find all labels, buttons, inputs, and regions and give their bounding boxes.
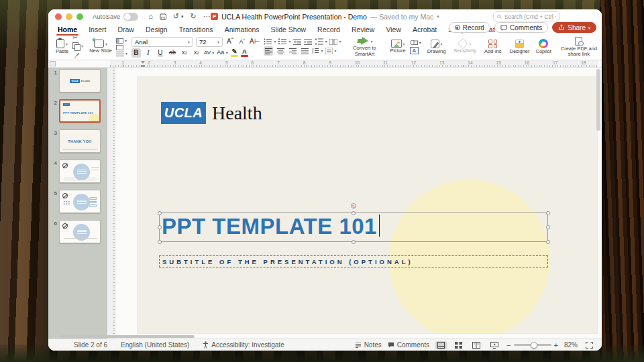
comments-button[interactable]: Comments: [494, 22, 548, 33]
font-color-button[interactable]: A: [241, 48, 248, 58]
format-painter-button[interactable]: [72, 52, 83, 59]
resize-handle-w[interactable]: [158, 225, 162, 229]
tab-insert[interactable]: Insert: [89, 25, 106, 34]
vertical-ruler[interactable]: [107, 68, 115, 339]
columns-button[interactable]: ▾: [329, 39, 341, 45]
strikethrough-button[interactable]: ab: [168, 48, 177, 58]
slide-canvas[interactable]: UCLA Health ↻ PPT TEMPLATE 101 SUB: [138, 77, 597, 333]
record-button[interactable]: Record: [449, 22, 490, 33]
slide-thumbnail-6-hidden[interactable]: [59, 220, 101, 243]
tab-acrobat[interactable]: Acrobat: [413, 25, 437, 34]
horizontal-ruler[interactable]: 123456789101112131415161718: [110, 60, 598, 67]
copilot-button[interactable]: Copilot: [534, 39, 553, 54]
resize-handle-nw[interactable]: [158, 211, 162, 215]
clear-formatting-button[interactable]: A⊢: [250, 37, 260, 46]
copy-button[interactable]: ▾: [72, 42, 83, 50]
align-center-button[interactable]: [276, 46, 285, 56]
line-spacing-button[interactable]: ▾: [315, 38, 327, 45]
new-slide-button[interactable]: ▾ New Slide: [87, 40, 114, 54]
tab-draw[interactable]: Draw: [117, 25, 134, 34]
resize-handle-s[interactable]: [352, 240, 356, 244]
slide-thumbnail-2-selected[interactable]: UCLA PPT TEMPLATE 101: [59, 99, 101, 123]
add-ins-button[interactable]: Add-ins: [482, 36, 503, 58]
save-icon[interactable]: [160, 13, 166, 20]
saved-status-text[interactable]: — Saved to my Mac: [370, 13, 434, 21]
bold-button[interactable]: B: [131, 48, 141, 58]
tab-slide-show[interactable]: Slide Show: [271, 25, 307, 34]
resize-handle-sw[interactable]: [158, 240, 162, 244]
minimize-window-button[interactable]: [66, 13, 72, 20]
superscript-button[interactable]: x2: [180, 48, 189, 58]
indent-marker-bottom[interactable]: [141, 65, 145, 67]
zoom-percentage[interactable]: 82%: [564, 341, 578, 349]
convert-to-smartart-button[interactable]: ▾ Convert to SmartArt: [345, 36, 384, 58]
increase-font-button[interactable]: Aˆ: [225, 37, 235, 46]
slide-counter[interactable]: Slide 2 of 6: [74, 341, 107, 349]
zoom-window-button[interactable]: [76, 13, 83, 20]
tab-home[interactable]: Home: [58, 25, 77, 34]
saved-status-chevron[interactable]: ▾: [437, 14, 439, 19]
subscript-button[interactable]: x2: [192, 48, 201, 58]
zoom-slider-knob[interactable]: [531, 342, 537, 349]
accessibility-status[interactable]: Accessibility: Investigate: [203, 341, 284, 349]
slide-layout-button[interactable]: ▾: [116, 38, 127, 44]
status-comments-button[interactable]: Comments: [388, 341, 429, 349]
tab-review[interactable]: Review: [352, 25, 374, 34]
resize-handle-se[interactable]: [546, 240, 550, 244]
rotate-handle[interactable]: ↻: [351, 203, 356, 208]
bullets-button[interactable]: ▾: [264, 38, 276, 45]
decrease-indent-button[interactable]: [293, 39, 301, 45]
change-case-button[interactable]: Aa ▾: [217, 48, 228, 58]
drawing-button[interactable]: ▾ Drawing: [425, 36, 448, 58]
numbering-button[interactable]: ▾: [278, 38, 290, 45]
paste-button[interactable]: ▾ Paste: [54, 39, 70, 54]
resize-handle-e[interactable]: [546, 225, 550, 229]
section-button[interactable]: ▾: [116, 52, 127, 56]
redo-icon[interactable]: ↻: [191, 13, 197, 20]
align-right-button[interactable]: [288, 46, 297, 56]
reading-view-button[interactable]: [470, 341, 482, 349]
notes-button[interactable]: Notes: [355, 341, 382, 349]
slide-sorter-view-button[interactable]: [453, 341, 464, 349]
text-highlight-button[interactable]: ✎: [231, 48, 238, 58]
justify-button[interactable]: [300, 46, 309, 56]
vertical-scrollbar-thumb[interactable]: [596, 69, 600, 131]
fit-slide-button[interactable]: [584, 341, 595, 349]
normal-view-button[interactable]: [435, 341, 447, 349]
undo-icon[interactable]: ↺: [173, 13, 179, 20]
undo-dropdown-chevron[interactable]: ▾: [181, 14, 184, 19]
text-box-button[interactable]: A: [410, 47, 421, 54]
decrease-font-button[interactable]: Aˇ: [237, 37, 247, 46]
slide-thumbnail-3[interactable]: THANK YOU: [59, 129, 101, 153]
vertical-scrollbar[interactable]: [596, 69, 601, 337]
search-input[interactable]: Search (Cmd + Ctrl + U): [493, 11, 560, 21]
text-direction-button[interactable]: ▾: [312, 48, 323, 54]
create-pdf-button[interactable]: Create PDF and share link: [557, 36, 600, 58]
zoom-slider-track[interactable]: [514, 344, 551, 346]
align-text-button[interactable]: ▾: [325, 48, 336, 54]
share-button[interactable]: Share ▾: [552, 22, 596, 33]
picture-button[interactable]: ▾ Picture: [388, 40, 407, 54]
slideshow-view-button[interactable]: [488, 341, 500, 349]
slide-thumbnail-5-hidden[interactable]: [59, 190, 101, 213]
tab-transitions[interactable]: Transitions: [179, 25, 213, 34]
zoom-out-button[interactable]: −: [506, 341, 511, 349]
font-name-select[interactable]: Arial▾: [131, 37, 193, 47]
tab-view[interactable]: View: [386, 25, 401, 34]
language-indicator[interactable]: English (United States): [121, 341, 189, 349]
italic-button[interactable]: I: [144, 48, 153, 58]
autosave-toggle[interactable]: [123, 13, 138, 21]
horizontal-scrollbar[interactable]: [60, 335, 195, 338]
tab-animations[interactable]: Animations: [225, 25, 260, 34]
ucla-health-logo[interactable]: UCLA Health: [161, 102, 262, 124]
align-left-button[interactable]: [264, 46, 273, 56]
close-window-button[interactable]: [55, 13, 62, 20]
more-commands-icon[interactable]: ⋯: [203, 13, 211, 20]
slide-thumbnail-1[interactable]: UCLA Health: [59, 69, 101, 93]
font-size-select[interactable]: 72▾: [196, 37, 223, 47]
increase-indent-button[interactable]: [304, 39, 312, 45]
subtitle-placeholder-box[interactable]: SUBTITLE OF THE PRESENTATION (OPTIONAL): [159, 255, 548, 267]
title-text-box[interactable]: ↻ PPT TEMPLATE 101: [159, 213, 548, 242]
slide-thumbnail-4-hidden[interactable]: [59, 160, 101, 183]
character-spacing-button[interactable]: AV ▾: [204, 48, 214, 58]
